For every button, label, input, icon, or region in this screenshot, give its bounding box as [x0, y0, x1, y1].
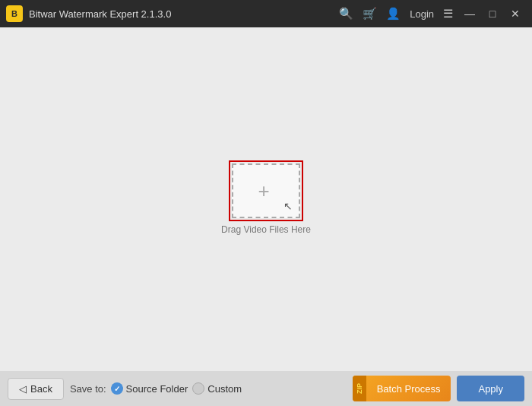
- app-logo: B: [6, 5, 23, 22]
- source-folder-option[interactable]: Source Folder: [111, 382, 188, 395]
- batch-process-label: Batch Process: [366, 383, 451, 395]
- back-arrow-icon: ◁: [19, 383, 27, 395]
- custom-label: Custom: [207, 383, 242, 395]
- source-folder-radio[interactable]: [111, 382, 123, 395]
- cart-icon[interactable]: 🛒: [363, 7, 377, 21]
- title-bar-actions: 🔍 🛒 👤 Login ☰: [339, 7, 453, 21]
- back-button[interactable]: ◁ Back: [8, 378, 64, 400]
- source-folder-label: Source Folder: [126, 383, 188, 395]
- minimize-button[interactable]: —: [459, 3, 480, 24]
- add-icon: +: [258, 181, 269, 201]
- custom-radio[interactable]: [192, 382, 204, 395]
- title-bar: B Bitwar Watermark Expert 2.1.3.0 🔍 🛒 👤 …: [0, 0, 532, 27]
- close-button[interactable]: ✕: [505, 3, 526, 24]
- apply-button[interactable]: Apply: [457, 376, 524, 401]
- drop-zone-container: + ↖ Drag Video Files Here: [221, 163, 311, 235]
- main-content: + ↖ Drag Video Files Here: [0, 27, 532, 371]
- window-controls: — □ ✕: [459, 3, 526, 24]
- batch-process-badge: ZIP: [353, 376, 366, 401]
- app-title: Bitwar Watermark Expert 2.1.3.0: [29, 8, 339, 20]
- login-button[interactable]: Login: [410, 8, 434, 20]
- custom-option[interactable]: Custom: [192, 382, 242, 395]
- save-to-section: Save to: Source Folder Custom: [70, 382, 347, 395]
- drop-zone-label: Drag Video Files Here: [221, 224, 311, 235]
- drop-zone[interactable]: + ↖: [232, 163, 300, 218]
- cursor-icon: ↖: [283, 200, 293, 212]
- batch-process-button[interactable]: ZIP Batch Process: [353, 376, 451, 401]
- maximize-button[interactable]: □: [482, 3, 503, 24]
- menu-icon[interactable]: ☰: [443, 7, 453, 21]
- search-icon[interactable]: 🔍: [339, 7, 353, 21]
- user-icon[interactable]: 👤: [386, 7, 401, 21]
- bottom-bar: ◁ Back Save to: Source Folder Custom ZIP…: [0, 371, 532, 406]
- save-to-label: Save to:: [70, 383, 106, 395]
